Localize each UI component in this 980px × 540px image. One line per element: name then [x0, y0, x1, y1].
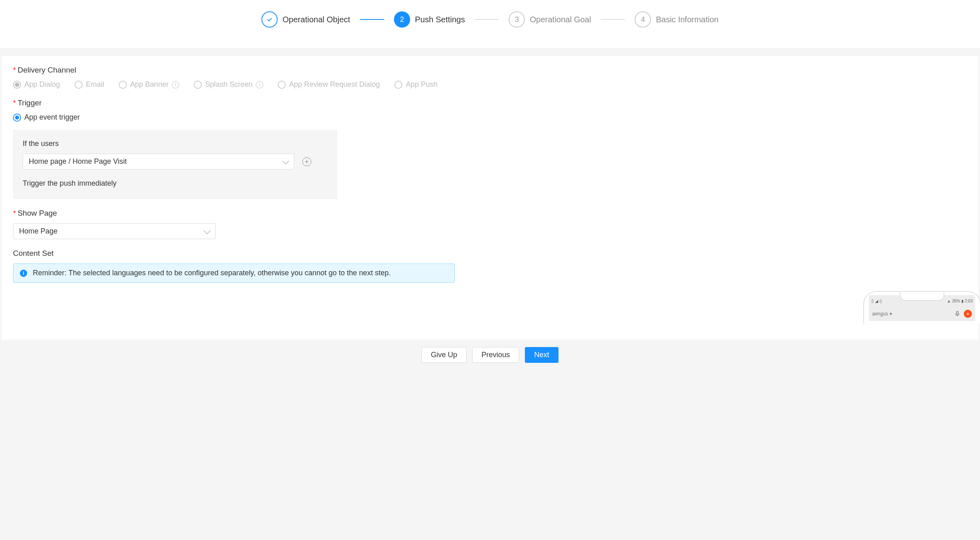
delivery-channel-options: App Dialog Email App Banner i Splash Scr… [13, 80, 967, 89]
reminder-alert: i Reminder: The selected languages need … [13, 264, 455, 283]
radio-label: Splash Screen [205, 80, 252, 89]
step-active-icon: 2 [394, 11, 410, 28]
give-up-button[interactable]: Give Up [422, 347, 466, 363]
step-pending-icon: 3 [509, 11, 525, 28]
add-event-button[interactable]: + [302, 157, 311, 166]
radio-splash-screen[interactable]: Splash Screen i [194, 80, 263, 89]
radio-icon [75, 81, 83, 89]
step-connector [601, 19, 625, 20]
content-set-label: Content Set [13, 249, 967, 258]
step-connector [475, 19, 499, 20]
step-operational-object[interactable]: Operational Object [261, 11, 350, 28]
step-connector [360, 19, 384, 20]
phone-notch [900, 292, 944, 301]
radio-icon [278, 81, 286, 89]
svg-rect-0 [956, 311, 958, 314]
microphone-icon [954, 311, 961, 317]
alert-text: Reminder: The selected languages need to… [33, 269, 391, 277]
radio-app-review-request[interactable]: App Review Request Dialog [278, 80, 380, 89]
show-page-label: *Show Page [13, 209, 967, 218]
step-label: Basic Information [656, 15, 719, 24]
step-operational-goal[interactable]: 3 Operational Goal [509, 11, 591, 28]
info-icon: i [20, 270, 27, 277]
footer-buttons: Give Up Previous Next [0, 340, 980, 368]
select-value: Home Page [19, 227, 58, 236]
radio-icon [119, 81, 127, 89]
plus-icon: + [964, 310, 972, 318]
radio-app-push[interactable]: App Push [394, 80, 437, 89]
step-basic-information[interactable]: 4 Basic Information [635, 11, 719, 28]
event-select-row: Home page / Home Page Visit + [23, 154, 327, 169]
chevron-down-icon [204, 227, 211, 234]
next-button[interactable]: Next [525, 347, 558, 363]
step-label: Push Settings [415, 15, 465, 24]
radio-app-event-trigger[interactable]: App event trigger [13, 113, 80, 122]
radio-icon [394, 81, 402, 89]
wizard-steps: Operational Object 2 Push Settings 3 Ope… [0, 0, 980, 48]
previous-button[interactable]: Previous [472, 347, 519, 363]
event-select[interactable]: Home page / Home Page Visit [23, 154, 294, 169]
phone-app-header: aengus ▾ + [869, 306, 975, 321]
phone-app-name: aengus ▾ [872, 311, 892, 317]
radio-email[interactable]: Email [75, 80, 104, 89]
radio-icon [194, 81, 202, 89]
step-label: Operational Object [282, 15, 350, 24]
trigger-config-box: If the users Home page / Home Page Visit… [13, 130, 337, 199]
trigger-label: *Trigger [13, 99, 967, 107]
radio-label: App event trigger [24, 113, 80, 122]
step-pending-icon: 4 [635, 11, 651, 28]
chevron-down-icon [282, 157, 289, 164]
radio-icon [13, 114, 21, 122]
if-users-label: If the users [23, 139, 327, 148]
delivery-channel-label: *Delivery Channel [13, 66, 967, 75]
trigger-options: App event trigger [13, 113, 967, 122]
info-icon[interactable]: i [172, 81, 179, 88]
radio-icon [13, 81, 21, 89]
step-done-icon [261, 11, 278, 28]
radio-label: App Review Request Dialog [289, 80, 380, 89]
phone-preview: ▯ ◢ ▯ ▲ 35% ▮ 2:03 aengus ▾ + [863, 291, 980, 324]
info-icon[interactable]: i [256, 81, 263, 88]
step-label: Operational Goal [530, 15, 591, 24]
form-content: *Delivery Channel App Dialog Email App B… [2, 56, 978, 340]
radio-label: App Dialog [24, 80, 60, 89]
select-value: Home page / Home Page Visit [29, 157, 127, 166]
radio-app-dialog[interactable]: App Dialog [13, 80, 60, 89]
trigger-note: Trigger the push immediately [23, 179, 327, 188]
radio-label: Email [86, 80, 104, 89]
radio-label: App Push [406, 80, 437, 89]
radio-label: App Banner [130, 80, 169, 89]
radio-app-banner[interactable]: App Banner i [119, 80, 179, 89]
show-page-select[interactable]: Home Page [13, 223, 216, 239]
step-push-settings[interactable]: 2 Push Settings [394, 11, 465, 28]
